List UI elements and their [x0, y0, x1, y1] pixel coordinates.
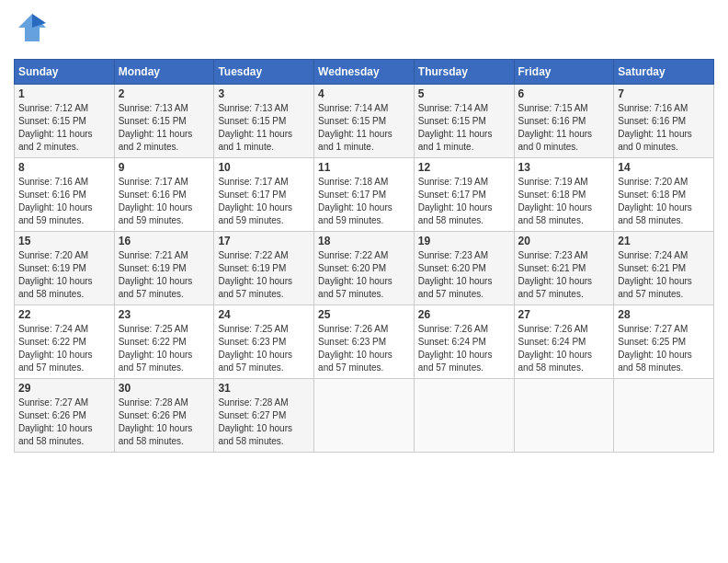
day-number: 31 [218, 382, 310, 395]
calendar-cell: 18Sunrise: 7:22 AMSunset: 6:20 PMDayligh… [314, 232, 415, 305]
calendar-cell: 22Sunrise: 7:24 AMSunset: 6:22 PMDayligh… [15, 305, 115, 379]
calendar-cell: 4Sunrise: 7:14 AMSunset: 6:15 PMDaylight… [314, 85, 415, 158]
day-info: Sunrise: 7:19 AMSunset: 6:18 PMDaylight:… [518, 176, 610, 227]
calendar-cell: 29Sunrise: 7:27 AMSunset: 6:26 PMDayligh… [15, 379, 115, 453]
calendar-header: SundayMondayTuesdayWednesdayThursdayFrid… [15, 60, 714, 85]
day-info: Sunrise: 7:20 AMSunset: 6:18 PMDaylight:… [618, 176, 710, 227]
day-info: Sunrise: 7:28 AMSunset: 6:27 PMDaylight:… [218, 396, 310, 448]
calendar-cell: 15Sunrise: 7:20 AMSunset: 6:19 PMDayligh… [15, 232, 115, 305]
day-number: 30 [119, 382, 210, 395]
week-row-4: 22Sunrise: 7:24 AMSunset: 6:22 PMDayligh… [15, 305, 714, 379]
day-number: 9 [119, 161, 210, 174]
day-info: Sunrise: 7:24 AMSunset: 6:21 PMDaylight:… [618, 249, 710, 301]
week-row-2: 8Sunrise: 7:16 AMSunset: 6:16 PMDaylight… [15, 158, 714, 232]
week-row-3: 15Sunrise: 7:20 AMSunset: 6:19 PMDayligh… [15, 232, 714, 305]
day-info: Sunrise: 7:26 AMSunset: 6:23 PMDaylight:… [318, 323, 410, 374]
day-info: Sunrise: 7:17 AMSunset: 6:17 PMDaylight:… [218, 176, 310, 227]
header-sunday: Sunday [15, 60, 115, 85]
day-number: 17 [218, 235, 310, 247]
day-info: Sunrise: 7:16 AMSunset: 6:16 PMDaylight:… [618, 102, 710, 154]
calendar-cell: 5Sunrise: 7:14 AMSunset: 6:15 PMDaylight… [414, 85, 514, 158]
day-info: Sunrise: 7:19 AMSunset: 6:17 PMDaylight:… [418, 176, 510, 227]
logo [14, 9, 54, 52]
day-number: 22 [18, 308, 110, 321]
day-info: Sunrise: 7:14 AMSunset: 6:15 PMDaylight:… [318, 102, 410, 154]
day-number: 25 [318, 308, 410, 321]
calendar-cell: 11Sunrise: 7:18 AMSunset: 6:17 PMDayligh… [314, 158, 415, 232]
calendar-cell: 20Sunrise: 7:23 AMSunset: 6:21 PMDayligh… [514, 232, 614, 305]
day-number: 26 [418, 308, 510, 321]
calendar-cell: 2Sunrise: 7:13 AMSunset: 6:15 PMDaylight… [114, 85, 214, 158]
day-number: 10 [218, 161, 310, 174]
calendar-body: 1Sunrise: 7:12 AMSunset: 6:15 PMDaylight… [15, 85, 714, 453]
day-number: 2 [119, 87, 210, 100]
calendar-cell: 31Sunrise: 7:28 AMSunset: 6:27 PMDayligh… [214, 379, 314, 453]
day-number: 18 [318, 235, 410, 247]
calendar-cell [614, 379, 714, 453]
calendar-cell [314, 379, 415, 453]
calendar-cell: 1Sunrise: 7:12 AMSunset: 6:15 PMDaylight… [15, 85, 115, 158]
calendar-page: SundayMondayTuesdayWednesdayThursdayFrid… [0, 0, 728, 563]
header-friday: Friday [514, 60, 614, 85]
calendar-cell: 26Sunrise: 7:26 AMSunset: 6:24 PMDayligh… [414, 305, 514, 379]
day-number: 3 [218, 87, 310, 100]
day-info: Sunrise: 7:22 AMSunset: 6:20 PMDaylight:… [318, 249, 410, 301]
day-info: Sunrise: 7:23 AMSunset: 6:21 PMDaylight:… [518, 249, 610, 301]
header-tuesday: Tuesday [214, 60, 314, 85]
day-number: 29 [18, 382, 110, 395]
day-number: 15 [18, 235, 110, 247]
day-info: Sunrise: 7:27 AMSunset: 6:25 PMDaylight:… [618, 323, 710, 374]
day-number: 27 [518, 308, 610, 321]
calendar-cell: 14Sunrise: 7:20 AMSunset: 6:18 PMDayligh… [614, 158, 714, 232]
calendar-cell: 17Sunrise: 7:22 AMSunset: 6:19 PMDayligh… [214, 232, 314, 305]
day-info: Sunrise: 7:26 AMSunset: 6:24 PMDaylight:… [518, 323, 610, 374]
day-info: Sunrise: 7:13 AMSunset: 6:15 PMDaylight:… [119, 102, 210, 154]
day-info: Sunrise: 7:13 AMSunset: 6:15 PMDaylight:… [218, 102, 310, 154]
day-info: Sunrise: 7:20 AMSunset: 6:19 PMDaylight:… [18, 249, 110, 301]
day-number: 4 [318, 87, 410, 100]
day-number: 20 [518, 235, 610, 247]
day-info: Sunrise: 7:18 AMSunset: 6:17 PMDaylight:… [318, 176, 410, 227]
calendar-cell: 21Sunrise: 7:24 AMSunset: 6:21 PMDayligh… [614, 232, 714, 305]
week-row-1: 1Sunrise: 7:12 AMSunset: 6:15 PMDaylight… [15, 85, 714, 158]
calendar-cell: 19Sunrise: 7:23 AMSunset: 6:20 PMDayligh… [414, 232, 514, 305]
calendar-cell: 16Sunrise: 7:21 AMSunset: 6:19 PMDayligh… [114, 232, 214, 305]
calendar-cell: 23Sunrise: 7:25 AMSunset: 6:22 PMDayligh… [114, 305, 214, 379]
day-info: Sunrise: 7:12 AMSunset: 6:15 PMDaylight:… [18, 102, 110, 154]
day-number: 8 [18, 161, 110, 174]
day-number: 21 [618, 235, 710, 247]
day-info: Sunrise: 7:25 AMSunset: 6:23 PMDaylight:… [218, 323, 310, 374]
day-number: 6 [518, 87, 610, 100]
page-header [14, 9, 714, 52]
week-row-5: 29Sunrise: 7:27 AMSunset: 6:26 PMDayligh… [15, 379, 714, 453]
calendar-cell: 3Sunrise: 7:13 AMSunset: 6:15 PMDaylight… [214, 85, 314, 158]
day-info: Sunrise: 7:26 AMSunset: 6:24 PMDaylight:… [418, 323, 510, 374]
calendar-cell: 10Sunrise: 7:17 AMSunset: 6:17 PMDayligh… [214, 158, 314, 232]
calendar-cell: 7Sunrise: 7:16 AMSunset: 6:16 PMDaylight… [614, 85, 714, 158]
header-monday: Monday [114, 60, 214, 85]
calendar-cell: 8Sunrise: 7:16 AMSunset: 6:16 PMDaylight… [15, 158, 115, 232]
calendar-cell: 24Sunrise: 7:25 AMSunset: 6:23 PMDayligh… [214, 305, 314, 379]
calendar-table: SundayMondayTuesdayWednesdayThursdayFrid… [14, 59, 714, 453]
calendar-cell [414, 379, 514, 453]
calendar-cell: 28Sunrise: 7:27 AMSunset: 6:25 PMDayligh… [614, 305, 714, 379]
header-saturday: Saturday [614, 60, 714, 85]
day-info: Sunrise: 7:24 AMSunset: 6:22 PMDaylight:… [18, 323, 110, 374]
logo-icon [14, 9, 51, 52]
calendar-cell: 25Sunrise: 7:26 AMSunset: 6:23 PMDayligh… [314, 305, 415, 379]
header-thursday: Thursday [414, 60, 514, 85]
day-info: Sunrise: 7:23 AMSunset: 6:20 PMDaylight:… [418, 249, 510, 301]
day-info: Sunrise: 7:28 AMSunset: 6:26 PMDaylight:… [119, 396, 210, 448]
calendar-cell: 27Sunrise: 7:26 AMSunset: 6:24 PMDayligh… [514, 305, 614, 379]
day-info: Sunrise: 7:14 AMSunset: 6:15 PMDaylight:… [418, 102, 510, 154]
calendar-cell [514, 379, 614, 453]
day-number: 28 [618, 308, 710, 321]
calendar-cell: 30Sunrise: 7:28 AMSunset: 6:26 PMDayligh… [114, 379, 214, 453]
day-number: 19 [418, 235, 510, 247]
header-row: SundayMondayTuesdayWednesdayThursdayFrid… [15, 60, 714, 85]
day-info: Sunrise: 7:25 AMSunset: 6:22 PMDaylight:… [119, 323, 210, 374]
day-info: Sunrise: 7:17 AMSunset: 6:16 PMDaylight:… [119, 176, 210, 227]
day-info: Sunrise: 7:22 AMSunset: 6:19 PMDaylight:… [218, 249, 310, 301]
day-number: 14 [618, 161, 710, 174]
day-number: 13 [518, 161, 610, 174]
